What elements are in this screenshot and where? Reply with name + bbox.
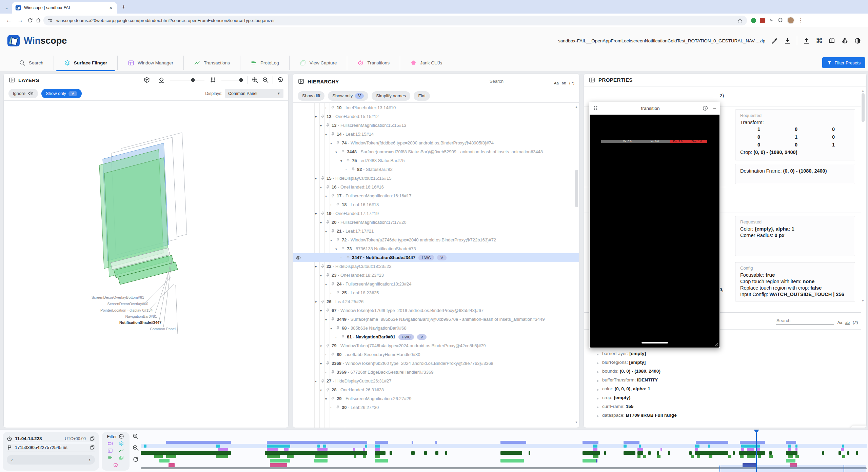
tree-node[interactable]: •25 - Leaf:18:23#25 (293, 289, 579, 297)
transitions-track-entry[interactable] (786, 441, 796, 444)
surfaceflinger-track-entry[interactable] (216, 445, 220, 448)
extension-icon-red[interactable] (760, 18, 765, 23)
report-bug-icon[interactable] (841, 37, 848, 44)
protolog-track-entry[interactable] (769, 455, 773, 458)
tab-transitions[interactable]: Transitions (347, 54, 400, 71)
windowmanager-track-entry[interactable] (788, 448, 791, 451)
tree-node[interactable]: ▾16 - OneHanded:16:16#16 (293, 183, 579, 192)
transactions-track-entry[interactable] (424, 451, 427, 455)
expand-arrow-icon[interactable]: ▾ (320, 343, 326, 350)
transitions-track-entry[interactable] (500, 441, 526, 444)
new-tab-button[interactable]: + (122, 3, 125, 11)
property-item[interactable]: color: (0, 0, 0), alpha: 1 (589, 386, 863, 395)
expand-arrow-icon[interactable]: ▾ (315, 378, 320, 385)
protolog-track-entry[interactable] (287, 455, 294, 458)
transactions-track-entry[interactable] (695, 451, 728, 455)
regex-icon[interactable]: (.*) (853, 320, 858, 324)
spacing-slider[interactable] (220, 77, 244, 83)
overlay-title-bar[interactable]: transition – (589, 102, 720, 115)
profile-avatar[interactable] (787, 17, 794, 24)
pin-icon[interactable] (320, 299, 326, 304)
protolog-track-entry[interactable] (154, 455, 163, 458)
pin-icon[interactable] (341, 150, 346, 154)
transactions-track-entry[interactable] (500, 451, 522, 455)
timeline-zoom-out-icon[interactable] (132, 445, 139, 451)
pin-icon[interactable] (331, 282, 336, 286)
tree-node[interactable]: ▾73 - 8736138 NotificationShade#73 (293, 244, 579, 253)
expand-arrow-icon[interactable]: ▾ (330, 325, 336, 332)
pin-icon[interactable] (331, 317, 336, 321)
surfaceflinger-track-entry[interactable] (365, 445, 367, 448)
pin-icon[interactable] (326, 273, 331, 277)
expand-arrow-icon[interactable]: ▾ (325, 396, 331, 402)
protolog-track-entry[interactable] (740, 455, 744, 458)
expand-arrow-icon[interactable]: ▾ (335, 149, 341, 156)
transactions-track-entry[interactable] (141, 451, 231, 455)
pin-icon[interactable] (331, 105, 336, 110)
pin-icon[interactable] (326, 220, 331, 224)
expand-arrow-icon[interactable]: ▾ (325, 316, 331, 323)
tree-node[interactable]: ▾79 - WindowToken{7046b4a type=2024 andr… (293, 341, 579, 350)
protolog-track-entry[interactable] (315, 455, 328, 458)
viewcapture-track-entry[interactable] (583, 459, 596, 463)
protolog-track-entry[interactable] (166, 455, 176, 458)
protolog-track-entry[interactable] (657, 455, 660, 458)
jank-track-entry[interactable] (270, 463, 287, 467)
protolog-track-entry[interactable] (709, 455, 712, 458)
tree-node-selected[interactable]: •3447 - NotificationShade#3447HWCV (293, 253, 579, 262)
show-only-v-chip[interactable]: Show only V (41, 89, 82, 98)
transitions-filter-icon[interactable] (113, 462, 118, 468)
expand-arrow-icon[interactable]: ▾ (315, 263, 320, 270)
transactions-track-entry[interactable] (847, 451, 849, 455)
protolog-track-entry[interactable] (788, 455, 793, 458)
bookmark-star-icon[interactable] (737, 18, 743, 23)
expand-arrow-icon[interactable]: ▾ (325, 228, 331, 235)
transitions-track-entry[interactable] (435, 441, 437, 444)
expand-arrow-icon[interactable]: ▾ (325, 131, 331, 138)
shortcuts-icon[interactable]: ⌘ (816, 37, 823, 45)
download-icon[interactable] (784, 37, 791, 44)
transactions-track-entry[interactable] (445, 451, 447, 455)
tree-node[interactable]: •81 - NavigationBar0#81HWCV (293, 333, 579, 341)
pin-icon[interactable] (331, 132, 336, 136)
tree-node[interactable]: ▾29 - FullscreenMagnification:26:27#29 (293, 394, 579, 403)
transitions-track-entry[interactable] (624, 441, 639, 444)
layer-label[interactable]: NotificationShade#3447 (119, 320, 161, 324)
expand-arrow-icon[interactable]: ▾ (340, 158, 346, 164)
surfaceflinger-filter-icon[interactable] (119, 441, 124, 446)
tree-node[interactable]: ▾22 - HideDisplayCutout:18:23#22 (293, 262, 579, 271)
tab-view-capture[interactable]: View Capture (290, 54, 347, 71)
ns-timestamp[interactable]: 1715339054227572545 ns (15, 445, 67, 450)
timeline-zoom-in-icon[interactable] (132, 433, 139, 440)
tree-node[interactable]: •30 - Leaf:26:27#30 (293, 403, 579, 412)
surfaceflinger-track-entry[interactable] (708, 445, 710, 448)
tree-node[interactable]: ▾67 - WindowToken{e5176f9 type=2019 andr… (293, 306, 579, 315)
windowmanager-track-entry[interactable] (695, 448, 698, 451)
protolog-track-entry[interactable] (267, 455, 280, 458)
transactions-track-entry[interactable] (583, 451, 600, 455)
human-timestamp[interactable]: 11:04:14.228 (15, 436, 42, 441)
protolog-track-entry[interactable] (216, 455, 228, 458)
transactions-track-entry[interactable] (637, 451, 643, 455)
transactions-track-entry[interactable] (604, 451, 606, 455)
timeline-extra-entry[interactable] (596, 459, 597, 463)
scroll-down-arrow[interactable]: ▼ (861, 299, 865, 302)
browser-menu-icon[interactable]: ⋮ (798, 17, 803, 23)
windowmanager-track-entry[interactable] (795, 448, 797, 451)
filter-presets-button[interactable]: Filter Presets (822, 57, 865, 68)
transactions-filter-icon[interactable] (119, 448, 124, 453)
match-case-icon[interactable]: Aa (837, 320, 842, 324)
expand-arrow-icon[interactable]: ▾ (325, 281, 331, 288)
pin-icon[interactable] (320, 114, 326, 119)
transactions-track-entry[interactable] (390, 451, 392, 455)
pin-icon[interactable] (331, 370, 336, 374)
zoom-out-icon[interactable] (262, 77, 269, 83)
match-word-icon[interactable]: ab (845, 320, 850, 324)
tree-node[interactable]: •82 - StatusBar#82 (293, 165, 579, 174)
timeline-cursor-marker[interactable] (756, 430, 757, 472)
protolog-track-entry[interactable] (758, 455, 761, 458)
viewcapture-track-entry[interactable] (159, 459, 170, 463)
tree-node[interactable]: ▾3368 - WindowToken{f6b2f60 type=2024 an… (293, 359, 579, 368)
match-word-icon[interactable]: ab (562, 81, 566, 85)
expand-arrow-icon[interactable]: ▾ (315, 114, 320, 120)
